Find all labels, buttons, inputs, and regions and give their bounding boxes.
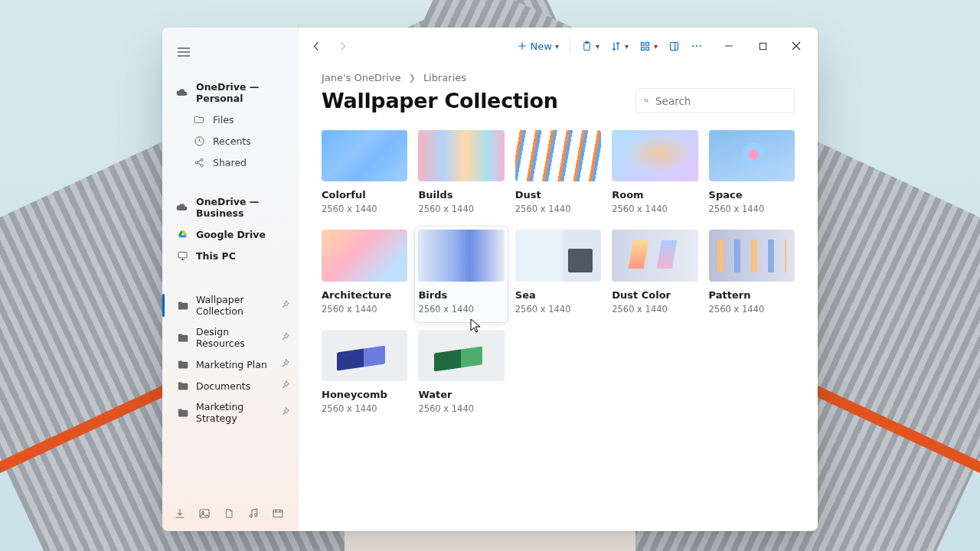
music-icon[interactable] [247, 507, 260, 520]
chevron-down-icon: ▾ [625, 42, 629, 51]
sidebar: OneDrive — Personal Files Recents Shared [162, 28, 299, 531]
file-name: Architecture [322, 289, 407, 301]
file-card[interactable]: Pattern2560 x 1440 [709, 230, 795, 318]
new-button[interactable]: New ▾ [512, 34, 564, 57]
svg-rect-5 [200, 510, 209, 518]
file-name: Honeycomb [322, 389, 407, 400]
file-name: Dust [515, 189, 601, 201]
thumbnail [418, 130, 504, 181]
sidebar-item-label: Files [213, 114, 234, 126]
sidebar-item-shared[interactable]: Shared [162, 152, 298, 173]
sidebar-item-label: Documents [196, 380, 250, 392]
breadcrumb-item[interactable]: Libraries [423, 72, 466, 83]
file-card[interactable]: Room2560 x 1440 [612, 130, 697, 219]
sort-icon [610, 41, 622, 52]
back-button[interactable] [303, 33, 329, 59]
file-dimensions: 2560 x 1440 [322, 204, 407, 214]
preview-pane-button[interactable] [664, 34, 684, 57]
page-title: Wallpaper Collection [322, 89, 558, 112]
file-dimensions: 2560 x 1440 [612, 204, 697, 214]
sidebar-item-onedrive-personal[interactable]: OneDrive — Personal [162, 77, 298, 109]
videos-icon[interactable] [271, 507, 285, 520]
documents-icon[interactable] [222, 507, 236, 520]
header-row: Wallpaper Collection [322, 88, 795, 113]
sidebar-item-label: Google Drive [196, 229, 266, 240]
sidebar-pin-item[interactable]: Documents [162, 375, 298, 396]
sidebar-pin-item[interactable]: Design Resources [162, 321, 298, 354]
file-card[interactable]: Dust2560 x 1440 [515, 130, 601, 219]
folder-icon [176, 331, 188, 344]
close-button[interactable] [779, 34, 813, 57]
svg-rect-9 [273, 510, 283, 517]
sidebar-pin-item[interactable]: Marketing Plan [162, 354, 298, 375]
thumbnail [418, 330, 504, 381]
sidebar-item-recents[interactable]: Recents [162, 130, 298, 152]
search-field[interactable] [635, 88, 795, 113]
svg-rect-12 [641, 42, 644, 45]
pin-icon[interactable] [280, 331, 290, 344]
pin-icon[interactable] [280, 358, 290, 370]
file-card[interactable]: Honeycomb2560 x 1440 [322, 330, 407, 419]
thumbnail [709, 130, 795, 181]
pin-icon[interactable] [280, 299, 290, 311]
file-card[interactable]: Dust Color2560 x 1440 [612, 230, 697, 318]
file-card[interactable]: Builds2560 x 1440 [418, 130, 504, 219]
sidebar-item-label: Wallpaper Collection [196, 294, 273, 317]
sidebar-item-google-drive[interactable]: Google Drive [162, 223, 298, 245]
search-input[interactable] [655, 95, 786, 107]
thumbnail [612, 130, 697, 181]
ellipsis-icon [691, 40, 703, 52]
file-card[interactable]: Sea2560 x 1440 [515, 230, 601, 318]
file-card[interactable]: Space2560 x 1440 [709, 130, 795, 219]
sort-button[interactable]: ▾ [606, 34, 633, 57]
more-button[interactable] [686, 34, 707, 57]
clipboard-icon [581, 41, 593, 52]
sidebar-bottom-bar [162, 497, 298, 531]
svg-point-8 [255, 514, 257, 516]
thumbnail [515, 230, 601, 281]
folder-icon [176, 406, 188, 419]
chevron-down-icon: ▾ [596, 42, 599, 51]
view-button[interactable]: ▾ [635, 34, 662, 57]
svg-point-19 [700, 45, 701, 47]
maximize-button[interactable] [746, 34, 779, 57]
toolbar-divider [570, 38, 570, 54]
file-card[interactable]: Birds2560 x 1440 [415, 227, 507, 321]
file-name: Space [709, 189, 795, 201]
file-dimensions: 2560 x 1440 [515, 204, 601, 214]
thumbnail [322, 330, 407, 381]
minimize-button[interactable] [712, 34, 746, 57]
sidebar-item-label: This PC [196, 250, 236, 262]
menu-button[interactable] [170, 38, 198, 66]
chevron-down-icon: ▾ [654, 42, 658, 51]
svg-rect-13 [646, 42, 649, 45]
desktop-background: OneDrive — Personal Files Recents Shared [0, 0, 980, 551]
sidebar-item-label: Marketing Strategy [196, 401, 273, 424]
pictures-icon[interactable] [198, 507, 211, 520]
file-name: Builds [418, 189, 504, 201]
paste-button[interactable]: ▾ [577, 34, 604, 57]
sidebar-item-this-pc[interactable]: This PC [162, 245, 298, 266]
file-name: Pattern [709, 289, 795, 301]
plus-icon [517, 41, 528, 51]
file-card[interactable]: Architecture2560 x 1440 [322, 230, 407, 318]
file-dimensions: 2560 x 1440 [322, 403, 407, 414]
file-dimensions: 2560 x 1440 [418, 204, 504, 214]
toolbar: New ▾ ▾ ▾ ▾ [512, 34, 707, 57]
pin-icon[interactable] [280, 406, 290, 419]
breadcrumb-item[interactable]: Jane's OneDrive [322, 72, 401, 83]
file-card[interactable]: Colorful2560 x 1440 [322, 130, 407, 219]
pin-icon[interactable] [280, 380, 290, 392]
forward-button[interactable] [329, 33, 355, 59]
file-card[interactable]: Water2560 x 1440 [418, 330, 504, 419]
downloads-icon[interactable] [173, 507, 187, 520]
sidebar-item-onedrive-business[interactable]: OneDrive — Business [162, 191, 298, 223]
svg-rect-15 [646, 47, 649, 50]
layout-icon [668, 41, 680, 52]
sidebar-pin-item[interactable]: Wallpaper Collection [162, 289, 298, 321]
sidebar-item-files[interactable]: Files [162, 109, 298, 130]
file-dimensions: 2560 x 1440 [322, 304, 407, 315]
sidebar-pin-item[interactable]: Marketing Strategy [162, 396, 298, 429]
svg-rect-4 [178, 252, 186, 258]
monitor-icon [176, 249, 188, 262]
